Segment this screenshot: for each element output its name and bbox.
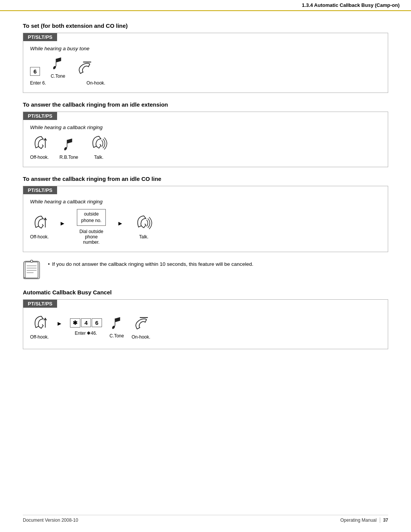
instr-box-3: PT/SLT/PS While hearing a callback ringi… <box>23 186 388 252</box>
lbl-onhook1: On-hook. <box>86 80 105 86</box>
offhook-icon-3 <box>31 214 48 231</box>
arrow-2: ► <box>117 220 123 227</box>
lbl-outside: Dial outsidephone number. <box>76 229 107 245</box>
steps-row-1: 6 C.Tone <box>30 56 381 79</box>
lbl-star46: Enter ✱46. <box>75 331 97 336</box>
section-heading-3: To answer the callback ringing from an i… <box>23 176 388 182</box>
footer-right: Operating Manual 37 <box>340 518 388 523</box>
step-onhook-1 <box>76 59 92 79</box>
steps-row-3: Off-hook. ► outsidephone no. Dial outsid… <box>30 209 381 245</box>
arrow-1: ► <box>59 220 65 227</box>
pt-label-2: PT/SLT/PS <box>23 112 57 120</box>
section-heading-2: To answer the callback ringing from an i… <box>23 101 388 108</box>
step-ctone-cancel: C.Tone <box>110 316 124 339</box>
svg-point-10 <box>30 260 33 262</box>
lbl-offhook-cancel: Off-hook. <box>30 334 49 340</box>
pt-label-cancel: PT/SLT/PS <box>23 300 57 308</box>
ctone-icon-cancel <box>111 316 123 330</box>
steps-row-2: Off-hook. R.B.Tone <box>30 135 381 160</box>
lbl-enter6: Enter 6. <box>30 80 46 86</box>
while-text-1: While hearing a busy tone <box>30 46 381 51</box>
cancel-heading: Automatic Callback Busy Cancel <box>23 289 388 296</box>
page-content: To set (for both extension and CO line) … <box>0 11 411 368</box>
step-onhook-cancel: On-hook. <box>132 315 150 340</box>
rbtone-icon <box>63 137 75 152</box>
pt-label-3: PT/SLT/PS <box>23 186 57 194</box>
steps-row-cancel: Off-hook. ► ✱ 4 6 Enter ✱46. <box>30 315 381 340</box>
lbl-offhook2: Off-hook. <box>30 155 49 160</box>
lbl-talk3: Talk. <box>139 234 148 240</box>
key-group-star46: ✱ 4 6 <box>70 318 102 328</box>
step-offhook-2: Off-hook. <box>30 135 49 160</box>
while-text-2: While hearing a callback ringing <box>30 125 381 130</box>
while-text-3: While hearing a callback ringing <box>30 199 381 204</box>
onhook-icon-1 <box>76 59 92 76</box>
step-offhook-cancel: Off-hook. <box>30 315 49 340</box>
key-6: 6 <box>30 67 40 76</box>
step-talk-3: Talk. <box>134 214 154 240</box>
footer-doc-version: Document Version 2008-10 <box>23 518 78 523</box>
note-row: •If you do not answer the callback ringi… <box>23 260 388 281</box>
key-4: 4 <box>81 318 91 327</box>
step-enter6: 6 <box>30 67 40 79</box>
step-offhook-3: Off-hook. <box>30 214 49 240</box>
lbl-onhook-cancel: On-hook. <box>132 334 150 340</box>
footer-manual: Operating Manual <box>340 518 376 523</box>
step-star46: ✱ 4 6 Enter ✱46. <box>70 318 102 336</box>
talk-icon-2 <box>89 135 109 152</box>
note-icon-wrap <box>23 260 43 281</box>
key-6: 6 <box>92 318 102 327</box>
header-title: 1.3.4 Automatic Callback Busy (Camp-on) <box>302 2 400 8</box>
instr-box-1: PT/SLT/PS While hearing a busy tone 6 <box>23 33 388 93</box>
page-header: 1.3.4 Automatic Callback Busy (Camp-on) <box>0 0 411 11</box>
lbl-ctone-cancel: C.Tone <box>110 333 124 339</box>
offhook-icon-2 <box>31 135 48 152</box>
step-outside: outsidephone no. Dial outsidephone numbe… <box>76 209 107 245</box>
key-star: ✱ <box>70 318 80 328</box>
page-footer: Document Version 2008-10 Operating Manua… <box>23 515 388 523</box>
pt-label-1: PT/SLT/PS <box>23 33 57 41</box>
lbl-rbtone: R.B.Tone <box>59 155 78 160</box>
step-ctone-1: C.Tone <box>51 56 65 79</box>
offhook-icon-cancel <box>31 315 48 331</box>
section-heading-1: To set (for both extension and CO line) <box>23 22 388 29</box>
ctone-icon-1 <box>52 56 64 70</box>
outside-box: outsidephone no. <box>77 209 105 226</box>
instr-box-2: PT/SLT/PS While hearing a callback ringi… <box>23 112 388 167</box>
talk-icon-3 <box>134 214 154 231</box>
note-text: •If you do not answer the callback ringi… <box>48 260 253 267</box>
step-talk-2: Talk. <box>89 135 109 160</box>
instr-box-cancel: PT/SLT/PS Off-hook. ► <box>23 299 388 349</box>
lbl-offhook3: Off-hook. <box>30 234 49 240</box>
onhook-icon-cancel <box>132 315 149 331</box>
note-icon <box>23 260 40 280</box>
step-rbtone: R.B.Tone <box>59 137 78 160</box>
arrow-cancel: ► <box>56 320 62 327</box>
ctone-label-1: C.Tone <box>51 73 65 79</box>
svg-rect-5 <box>25 262 38 278</box>
lbl-talk2: Talk. <box>94 155 104 160</box>
footer-page: 37 <box>380 518 388 523</box>
step-labels-1: Enter 6. On-hook. <box>30 80 381 86</box>
